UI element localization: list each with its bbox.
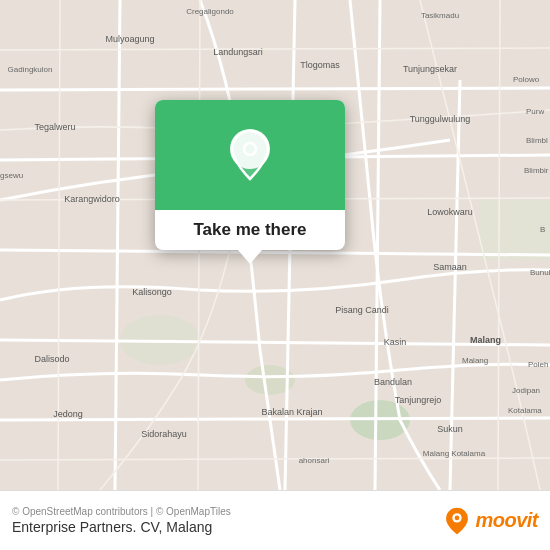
svg-text:Kalisongo: Kalisongo (132, 287, 172, 297)
svg-text:Sidorahayu: Sidorahayu (141, 429, 187, 439)
bottom-bar: © OpenStreetMap contributors | © OpenMap… (0, 490, 550, 550)
svg-text:Tunjungsekar: Tunjungsekar (403, 64, 457, 74)
svg-line-13 (0, 88, 550, 90)
svg-text:Polowo: Polowo (513, 75, 540, 84)
place-name: Enterprise Partners. CV, Malang (12, 519, 443, 535)
svg-text:Kotalama: Kotalama (508, 406, 542, 415)
svg-text:Karangwidoro: Karangwidoro (64, 194, 120, 204)
svg-text:Blimbir: Blimbir (524, 166, 549, 175)
svg-text:Malang Kotalama: Malang Kotalama (423, 449, 486, 458)
svg-text:Jodipan: Jodipan (512, 386, 540, 395)
svg-text:Blimbl: Blimbl (526, 136, 548, 145)
svg-text:Tunggulwulung: Tunggulwulung (410, 114, 471, 124)
moovit-text: moovit (475, 509, 538, 532)
svg-text:Lowokwaru: Lowokwaru (427, 207, 473, 217)
svg-text:Poleh: Poleh (528, 360, 548, 369)
popup-card: Take me there (155, 100, 345, 250)
svg-text:Malang: Malang (470, 335, 501, 345)
map-container: Cregaligondo Tasikmadu Mulyoagung Landun… (0, 0, 550, 490)
svg-text:Gadingkulon: Gadingkulon (8, 65, 53, 74)
take-me-there-button[interactable]: Take me there (155, 210, 345, 250)
svg-text:Bandulan: Bandulan (374, 377, 412, 387)
svg-text:ahonsari: ahonsari (299, 456, 330, 465)
svg-text:Dalisodo: Dalisodo (34, 354, 69, 364)
svg-text:Malang: Malang (462, 356, 488, 365)
svg-text:Samaan: Samaan (433, 262, 467, 272)
svg-text:Cregaligondo: Cregaligondo (186, 7, 234, 16)
svg-text:Sukun: Sukun (437, 424, 463, 434)
svg-text:Jedong: Jedong (53, 409, 83, 419)
popup-green-area (155, 100, 345, 210)
svg-text:Bakalan Krajan: Bakalan Krajan (261, 407, 322, 417)
svg-text:Bunulr: Bunulr (530, 268, 550, 277)
svg-text:Pisang Candi: Pisang Candi (335, 305, 389, 315)
svg-text:Purw: Purw (526, 107, 544, 116)
map-attribution: © OpenStreetMap contributors | © OpenMap… (12, 506, 443, 517)
svg-text:Tasikmadu: Tasikmadu (421, 11, 459, 20)
location-pin-icon (228, 129, 272, 181)
svg-text:gsewu: gsewu (0, 171, 23, 180)
svg-point-60 (455, 515, 460, 520)
svg-text:Kasin: Kasin (384, 337, 407, 347)
svg-text:Tanjungrejo: Tanjungrejo (395, 395, 442, 405)
svg-text:B: B (540, 225, 545, 234)
bottom-bar-text: © OpenStreetMap contributors | © OpenMap… (12, 506, 443, 535)
svg-text:Tlogomas: Tlogomas (300, 60, 340, 70)
svg-text:Tegalweru: Tegalweru (34, 122, 75, 132)
moovit-icon (443, 507, 471, 535)
svg-text:Mulyoagung: Mulyoagung (105, 34, 154, 44)
moovit-logo: moovit (443, 507, 538, 535)
svg-text:Landungsari: Landungsari (213, 47, 263, 57)
